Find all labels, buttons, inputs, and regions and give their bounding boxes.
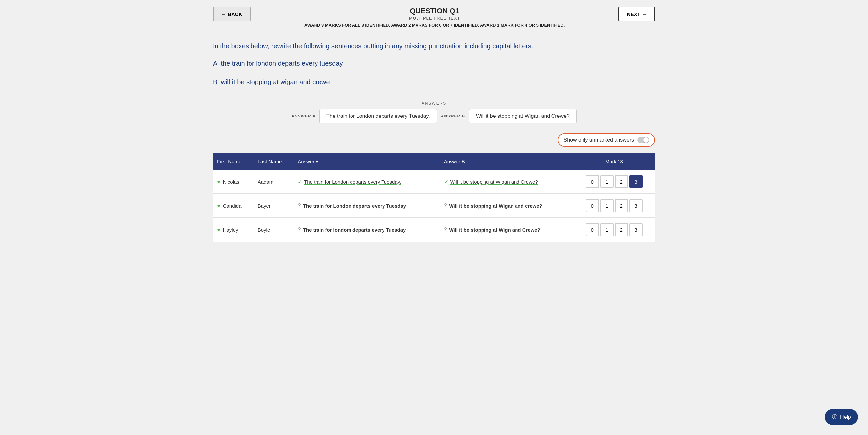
- answer-a-box: The train for London departs every Tuesd…: [319, 109, 437, 123]
- col-answer-b: Answer B: [440, 153, 574, 170]
- check-icon: ✓: [444, 179, 448, 185]
- answer-b-text: Will it be stopping at Wigan and Crewe?: [450, 179, 538, 185]
- mark-btn-0[interactable]: 0: [586, 175, 599, 188]
- question-icon: ?: [298, 227, 301, 233]
- last-name: Aadam: [258, 179, 274, 185]
- mark-btn-2[interactable]: 2: [615, 175, 628, 188]
- mark-btn-1[interactable]: 1: [600, 223, 614, 236]
- col-mark: Mark / 3: [573, 153, 655, 170]
- student-answer-a-cell: ?The train for londom departs every Tues…: [294, 218, 440, 242]
- student-answer-b-cell: ?Will it be stopping at Wigan and crewe?: [440, 194, 574, 218]
- student-mark-cell: 0123: [573, 218, 655, 242]
- instruction-text: In the boxes below, rewrite the followin…: [213, 41, 655, 51]
- filter-toggle-label: Show only unmarked answers: [564, 137, 634, 143]
- col-first-name: First Name: [213, 153, 254, 170]
- mark-btn-1[interactable]: 1: [600, 175, 614, 188]
- question-title: QUESTION Q1: [251, 7, 619, 15]
- mark-btn-3[interactable]: 3: [629, 175, 643, 188]
- question-type: MULTIPLE FREE TEXT: [251, 16, 619, 21]
- student-mark-cell: 0123: [573, 194, 655, 218]
- help-label: Help: [840, 414, 851, 420]
- award-text: AWARD 3 MARKS FOR ALL 8 IDENTIFIED. AWAR…: [251, 23, 619, 28]
- page-header: ← BACK QUESTION Q1 MULTIPLE FREE TEXT AW…: [213, 7, 655, 28]
- question-icon: ?: [444, 203, 447, 209]
- answer-a-label: ANSWER A: [291, 114, 315, 119]
- mark-btn-3[interactable]: 3: [629, 223, 643, 236]
- answer-a-text: The train for London departs every Tuesd…: [304, 179, 401, 185]
- table-row: ●HayleyBoyle?The train for londom depart…: [213, 218, 655, 242]
- table-row: ●CandidaBayer?The train for London depar…: [213, 194, 655, 218]
- col-answer-a: Answer A: [294, 153, 440, 170]
- mark-btn-2[interactable]: 2: [615, 199, 628, 212]
- toggle-switch[interactable]: [637, 137, 649, 143]
- student-last-name-cell: Bayer: [254, 194, 294, 218]
- student-answer-b-cell: ?Will it be stopping at Wign and Crewe?: [440, 218, 574, 242]
- header-center: QUESTION Q1 MULTIPLE FREE TEXT AWARD 3 M…: [251, 7, 619, 28]
- answer-b-label: ANSWER B: [441, 114, 465, 119]
- back-button[interactable]: ← BACK: [213, 7, 251, 22]
- answer-a-text: The train for londom departs every Tuesd…: [303, 227, 406, 233]
- help-button[interactable]: ⓘ Help: [825, 409, 858, 425]
- mark-btn-1[interactable]: 1: [600, 199, 614, 212]
- filter-toggle-container[interactable]: Show only unmarked answers: [558, 133, 655, 147]
- student-answer-a-cell: ✓The train for London departs every Tues…: [294, 169, 440, 194]
- person-icon: ●: [217, 203, 220, 209]
- first-name: Candida: [223, 203, 242, 209]
- answers-section: ANSWERS ANSWER A The train for London de…: [213, 98, 655, 130]
- mark-btn-0[interactable]: 0: [586, 199, 599, 212]
- table-row: ●NicolasAadam✓The train for London depar…: [213, 169, 655, 194]
- student-last-name-cell: Boyle: [254, 218, 294, 242]
- students-table: First Name Last Name Answer A Answer B M…: [213, 153, 655, 242]
- student-first-name-cell: ●Nicolas: [213, 169, 254, 194]
- check-icon: ✓: [298, 179, 302, 185]
- table-header-row: First Name Last Name Answer A Answer B M…: [213, 153, 655, 170]
- first-name: Hayley: [223, 227, 238, 233]
- sentence-b: B: will it be stopping at wigan and crew…: [213, 76, 655, 88]
- last-name: Boyle: [258, 227, 270, 233]
- answer-b-text: Will it be stopping at Wigan and crewe?: [449, 203, 542, 209]
- student-answer-b-cell: ✓Will it be stopping at Wigan and Crewe?: [440, 169, 574, 194]
- person-icon: ●: [217, 227, 220, 233]
- answer-a-text: The train for London departs every Tuesd…: [303, 203, 406, 209]
- answer-b-text: Will it be stopping at Wign and Crewe?: [449, 227, 540, 233]
- answer-b-box: Will it be stopping at Wigan and Crewe?: [469, 109, 577, 123]
- question-body: In the boxes below, rewrite the followin…: [213, 34, 655, 98]
- mark-btn-3[interactable]: 3: [629, 199, 643, 212]
- help-circle-icon: ⓘ: [832, 413, 837, 421]
- next-button[interactable]: NEXT →: [619, 7, 655, 22]
- mark-btn-0[interactable]: 0: [586, 223, 599, 236]
- col-last-name: Last Name: [254, 153, 294, 170]
- answer-row: ANSWER A The train for London departs ev…: [213, 109, 655, 123]
- question-icon: ?: [444, 227, 447, 233]
- answers-label: ANSWERS: [213, 101, 655, 105]
- sentence-a: A: the train for london departs every tu…: [213, 57, 655, 69]
- filter-row: Show only unmarked answers: [213, 130, 655, 150]
- student-answer-a-cell: ?The train for London departs every Tues…: [294, 194, 440, 218]
- question-icon: ?: [298, 203, 301, 209]
- student-mark-cell: 0123: [573, 169, 655, 194]
- last-name: Bayer: [258, 203, 271, 209]
- mark-btn-2[interactable]: 2: [615, 223, 628, 236]
- person-icon: ●: [217, 179, 220, 185]
- student-last-name-cell: Aadam: [254, 169, 294, 194]
- first-name: Nicolas: [223, 179, 239, 185]
- student-first-name-cell: ●Hayley: [213, 218, 254, 242]
- student-first-name-cell: ●Candida: [213, 194, 254, 218]
